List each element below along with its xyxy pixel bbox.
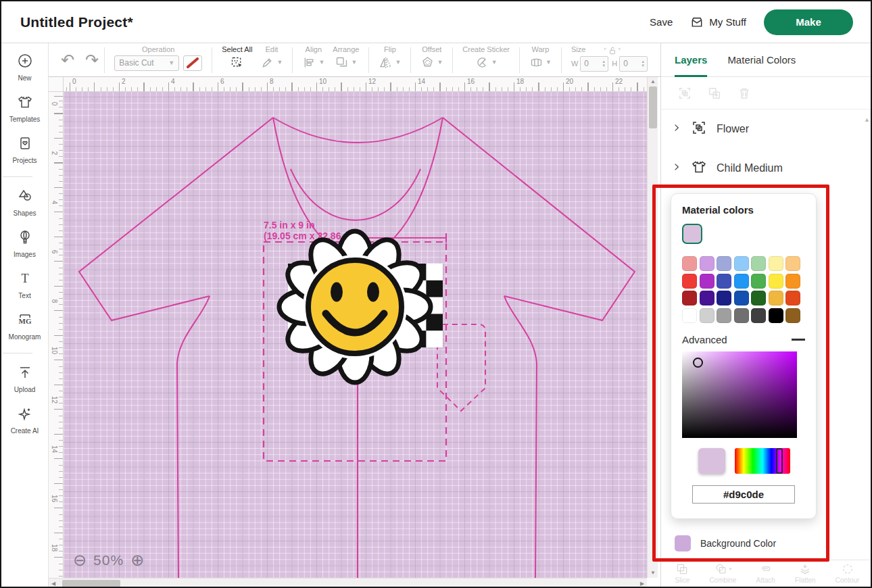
edit-button[interactable]: Edit ▼	[256, 45, 287, 76]
app-window: Untitled Project* Save My Stuff Make New…	[0, 0, 872, 588]
picker-cursor[interactable]	[693, 358, 703, 368]
contour-button[interactable]: Contour	[835, 562, 860, 584]
trash-icon[interactable]	[737, 86, 752, 101]
layer-row-child-medium[interactable]: Child Medium	[661, 149, 872, 188]
flower-design[interactable]	[279, 231, 431, 383]
chevron-right-icon[interactable]	[672, 123, 681, 135]
material-color-swatch[interactable]	[751, 274, 766, 289]
vertical-scroll-thumb[interactable]	[649, 87, 657, 128]
material-color-swatch[interactable]	[785, 274, 800, 289]
background-color-swatch[interactable]	[675, 535, 691, 552]
scroll-up-arrow[interactable]: ▲	[648, 77, 658, 87]
save-button[interactable]: Save	[650, 16, 673, 28]
sidebar-item-projects[interactable]: Projects	[3, 135, 47, 164]
align-button[interactable]: Align ▼	[298, 45, 329, 76]
balloon-icon	[17, 229, 33, 248]
operation-select[interactable]: Basic Cut▼	[114, 55, 179, 71]
material-color-swatch[interactable]	[700, 274, 714, 289]
material-color-swatch[interactable]	[785, 291, 800, 305]
sidebar-item-create-ai[interactable]: Create AI	[3, 406, 47, 435]
svg-text:MG: MG	[18, 317, 31, 325]
create-sticker-button[interactable]: Create Sticker ▼	[458, 45, 514, 76]
design-canvas[interactable]: 7.5 in x 9 in (19.05 cm x 22.86 cm) ⊖ 50…	[64, 92, 647, 578]
hex-color-input[interactable]	[692, 485, 795, 504]
lock-ratio-toggle[interactable]: ⌜ ⌝	[604, 45, 620, 56]
material-color-swatch[interactable]	[717, 308, 731, 323]
material-color-swatch[interactable]	[682, 256, 697, 271]
select-all-button[interactable]: Select All	[218, 45, 256, 76]
pen-color-swatch[interactable]	[183, 55, 202, 71]
material-color-swatch[interactable]	[734, 274, 749, 289]
material-color-swatch[interactable]	[682, 274, 697, 289]
advanced-collapse-button[interactable]	[792, 339, 805, 341]
width-stepper[interactable]: ▲▼	[580, 56, 608, 72]
material-color-swatch[interactable]	[785, 256, 800, 271]
material-color-swatch[interactable]	[751, 291, 766, 305]
zoom-out-button[interactable]: ⊖	[73, 552, 87, 568]
sidebar-item-shapes[interactable]: Shapes	[3, 188, 47, 217]
offset-button[interactable]: Offset ▼	[416, 45, 447, 76]
material-color-swatch[interactable]	[769, 256, 783, 271]
duplicate-icon[interactable]	[707, 86, 722, 101]
material-color-swatch[interactable]	[734, 256, 749, 271]
material-color-swatch[interactable]	[717, 274, 731, 289]
width-input[interactable]	[581, 59, 598, 68]
undo-button[interactable]: ↶	[61, 52, 74, 68]
sidebar-item-text[interactable]: TText	[3, 270, 47, 299]
h-ruler-label: 14	[418, 78, 425, 85]
make-button[interactable]: Make	[764, 9, 853, 35]
saturation-value-picker[interactable]	[682, 351, 797, 438]
group-icon[interactable]	[677, 86, 692, 101]
sidebar-item-label: Templates	[9, 116, 41, 123]
material-color-swatch[interactable]	[751, 256, 766, 271]
material-color-swatch[interactable]	[734, 291, 749, 305]
hue-slider[interactable]	[735, 448, 790, 474]
background-color-row[interactable]: Background Color	[661, 527, 872, 560]
horizontal-scroll-thumb[interactable]	[62, 580, 120, 588]
chevron-right-icon[interactable]	[672, 162, 681, 174]
warp-button[interactable]: Warp ▼	[525, 45, 556, 76]
sidebar-item-monogram[interactable]: MGMonogram	[3, 312, 47, 341]
attach-button[interactable]: Attach	[756, 562, 775, 584]
redo-button[interactable]: ↷	[85, 52, 99, 68]
material-color-swatch[interactable]	[682, 291, 697, 305]
sidebar-item-images[interactable]: Images	[3, 229, 47, 258]
material-color-swatch[interactable]	[717, 291, 731, 305]
scroll-right-arrow[interactable]: ▶	[637, 579, 647, 588]
zoom-in-button[interactable]: ⊕	[130, 552, 144, 568]
sidebar-item-upload[interactable]: Upload	[3, 364, 47, 393]
flatten-button[interactable]: Flatten	[795, 562, 816, 584]
hue-slider-thumb[interactable]	[776, 448, 783, 474]
material-color-swatch[interactable]	[682, 308, 697, 323]
tab-material-colors[interactable]: Material Colors	[727, 43, 796, 77]
flip-button[interactable]: Flip ▼	[374, 45, 405, 76]
popup-title: Material colors	[682, 204, 805, 216]
material-color-swatch[interactable]	[700, 308, 714, 323]
vertical-scrollbar[interactable]: ▲ ▼	[647, 77, 658, 578]
material-color-swatch[interactable]	[734, 308, 749, 323]
scroll-left-arrow[interactable]: ◀	[49, 579, 58, 588]
tab-layers[interactable]: Layers	[675, 43, 707, 77]
material-color-swatch[interactable]	[717, 256, 731, 271]
layer-row-flower[interactable]: Flower	[661, 109, 872, 149]
slice-button[interactable]: Slice	[675, 562, 690, 584]
material-color-swatch[interactable]	[785, 308, 800, 323]
material-color-swatch[interactable]	[700, 256, 714, 271]
combine-button[interactable]: ▾Combine	[709, 562, 736, 584]
scroll-down-arrow[interactable]: ▼	[648, 568, 658, 578]
selected-material-color[interactable]	[682, 224, 702, 244]
sidebar-item-templates[interactable]: Templates	[3, 94, 47, 123]
v-ruler-label: 8	[51, 297, 58, 305]
material-color-swatch[interactable]	[769, 291, 783, 305]
sidebar-item-new[interactable]: New	[3, 53, 47, 82]
arrange-button[interactable]: Arrange ▼	[329, 45, 363, 76]
panel-scroll-up-arrow[interactable]: ▲	[864, 116, 870, 123]
horizontal-scrollbar[interactable]: ◀ ▶	[49, 578, 647, 588]
height-stepper[interactable]: ▲▼	[619, 56, 648, 72]
material-color-swatch[interactable]	[751, 308, 766, 323]
material-color-swatch[interactable]	[769, 274, 783, 289]
my-stuff-button[interactable]: My Stuff	[690, 16, 746, 29]
material-color-swatch[interactable]	[700, 291, 714, 305]
height-input[interactable]	[620, 59, 637, 68]
material-color-swatch[interactable]	[769, 308, 783, 323]
